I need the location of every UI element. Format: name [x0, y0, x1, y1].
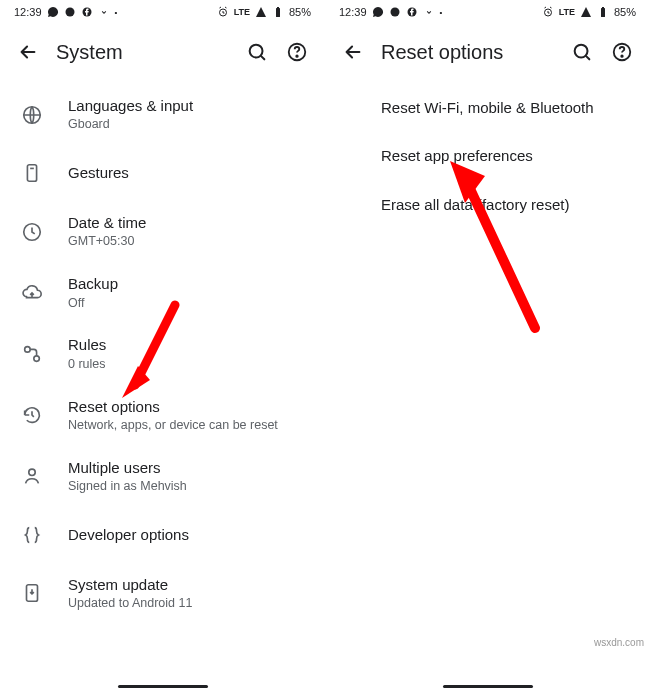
status-battery-pct: 85% [289, 6, 311, 18]
facebook-icon [81, 6, 93, 18]
alarm-icon [542, 6, 554, 18]
whatsapp-icon [47, 6, 59, 18]
globe-icon [20, 103, 44, 127]
list-item-developer-options[interactable]: Developer options [0, 507, 325, 563]
battery-icon [272, 6, 284, 18]
history-icon [20, 403, 44, 427]
battery-icon [597, 6, 609, 18]
item-title: Reset options [68, 397, 309, 417]
item-title: Gestures [68, 163, 309, 183]
svg-rect-3 [276, 8, 280, 17]
facebook-icon [406, 6, 418, 18]
status-bar: 12:39 • LTE 85% [325, 0, 650, 24]
list-item-reset-app-preferences[interactable]: Reset app preferences [325, 132, 650, 180]
item-title: Backup [68, 274, 309, 294]
page-title: System [48, 41, 237, 64]
list-item-erase-all-data[interactable]: Erase all data (factory reset) [325, 181, 650, 229]
gesture-icon [20, 161, 44, 185]
svg-rect-4 [277, 7, 279, 8]
status-more-dot: • [440, 8, 443, 17]
svg-point-11 [25, 347, 31, 353]
svg-rect-18 [601, 8, 605, 17]
status-network-label: LTE [559, 7, 575, 17]
signal-icon [580, 6, 592, 18]
screen-reset-options: 12:39 • LTE 85% Reset options Reset Wi [325, 0, 650, 700]
list-item-multiple-users[interactable]: Multiple users Signed in as Mehvish [0, 446, 325, 507]
download-icon [98, 6, 110, 18]
item-sub: Network, apps, or device can be reset [68, 417, 309, 434]
rules-icon [20, 342, 44, 366]
status-network-label: LTE [234, 7, 250, 17]
status-battery-pct: 85% [614, 6, 636, 18]
status-more-dot: • [115, 8, 118, 17]
list-item-backup[interactable]: Backup Off [0, 262, 325, 323]
screen-system: 12:39 • LTE 85% System [0, 0, 325, 700]
svg-point-12 [34, 356, 40, 362]
nav-handle[interactable] [443, 685, 533, 688]
app-bar: Reset options [325, 24, 650, 80]
svg-point-13 [29, 469, 35, 475]
system-update-icon [20, 581, 44, 605]
svg-rect-19 [602, 7, 604, 8]
download-icon [423, 6, 435, 18]
signal-icon [255, 6, 267, 18]
help-button[interactable] [277, 32, 317, 72]
app-bar: System [0, 24, 325, 80]
item-sub: 0 rules [68, 356, 309, 373]
item-title: Developer options [68, 525, 309, 545]
settings-list: Languages & input Gboard Gestures Date &… [0, 80, 325, 672]
nav-bar [0, 672, 325, 700]
item-sub: Signed in as Mehvish [68, 478, 309, 495]
list-item-gestures[interactable]: Gestures [0, 145, 325, 201]
messenger-icon [389, 6, 401, 18]
svg-rect-9 [27, 165, 36, 182]
whatsapp-icon [372, 6, 384, 18]
item-sub: Off [68, 295, 309, 312]
svg-point-22 [621, 55, 622, 56]
messenger-icon [64, 6, 76, 18]
user-icon [20, 464, 44, 488]
item-title: Languages & input [68, 96, 309, 116]
back-button[interactable] [8, 32, 48, 72]
search-button[interactable] [237, 32, 277, 72]
svg-point-7 [296, 55, 297, 56]
svg-point-0 [65, 8, 74, 17]
list-item-languages-input[interactable]: Languages & input Gboard [0, 84, 325, 145]
watermark: wsxdn.com [594, 637, 644, 648]
nav-bar [325, 672, 650, 700]
list-item-reset-options[interactable]: Reset options Network, apps, or device c… [0, 385, 325, 446]
page-title: Reset options [373, 41, 562, 64]
nav-handle[interactable] [118, 685, 208, 688]
item-title: Erase all data (factory reset) [381, 195, 569, 215]
item-title: Rules [68, 335, 309, 355]
alarm-icon [217, 6, 229, 18]
list-item-date-time[interactable]: Date & time GMT+05:30 [0, 201, 325, 262]
reset-list: Reset Wi-Fi, mobile & Bluetooth Reset ap… [325, 80, 650, 672]
help-button[interactable] [602, 32, 642, 72]
item-title: Multiple users [68, 458, 309, 478]
svg-point-15 [390, 8, 399, 17]
item-title: Date & time [68, 213, 309, 233]
status-time: 12:39 [14, 6, 42, 18]
item-title: Reset app preferences [381, 146, 533, 166]
item-sub: Gboard [68, 116, 309, 133]
status-bar: 12:39 • LTE 85% [0, 0, 325, 24]
search-button[interactable] [562, 32, 602, 72]
item-title: Reset Wi-Fi, mobile & Bluetooth [381, 98, 594, 118]
back-button[interactable] [333, 32, 373, 72]
item-sub: GMT+05:30 [68, 233, 309, 250]
list-item-system-update[interactable]: System update Updated to Android 11 [0, 563, 325, 624]
braces-icon [20, 523, 44, 547]
list-item-reset-wifi[interactable]: Reset Wi-Fi, mobile & Bluetooth [325, 84, 650, 132]
status-time: 12:39 [339, 6, 367, 18]
item-sub: Updated to Android 11 [68, 595, 309, 612]
list-item-rules[interactable]: Rules 0 rules [0, 323, 325, 384]
cloud-upload-icon [20, 281, 44, 305]
item-title: System update [68, 575, 309, 595]
clock-icon [20, 220, 44, 244]
